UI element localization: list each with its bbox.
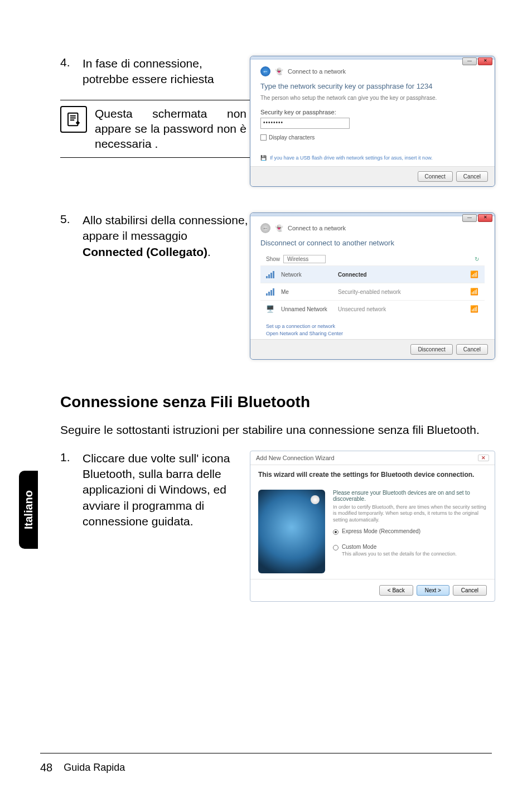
note-box: Questa schermata non appare se la passwo… (60, 100, 250, 158)
key-label: Security key or passphrase: (260, 109, 485, 115)
step-4-block: 4. In fase di connessione, potrebbe esse… (60, 56, 495, 187)
refresh-icon[interactable]: ↻ (475, 256, 479, 262)
custom-mode-hint: This allows you to set the details for t… (342, 551, 457, 558)
network-row[interactable]: Me Security-enabled network 📶 (260, 283, 485, 300)
back-icon[interactable]: ← (260, 66, 270, 76)
step-4-number: 4. (60, 56, 83, 69)
section-heading: Connessione senza Fili Bluetooth (60, 393, 495, 411)
signal-icon (266, 271, 274, 278)
network-row[interactable]: 🖥️ Unnamed Network Unsecured network 📶 (260, 300, 485, 317)
usb-hint: If you have a USB flash drive with netwo… (270, 155, 433, 161)
custom-mode-label: Custom Mode (342, 544, 457, 550)
signal-icon (266, 288, 274, 296)
display-chars-checkbox[interactable] (260, 134, 267, 141)
network-name: Network (281, 272, 331, 278)
bars-icon: 📶 (470, 305, 479, 313)
show-label: Show (266, 256, 280, 262)
wizard-note: In order to certify Bluetooth, there are… (333, 504, 487, 524)
custom-mode-radio[interactable] (333, 545, 338, 550)
back-button[interactable]: < Back (379, 585, 413, 596)
network-name: Unnamed Network (281, 306, 331, 312)
close-icon[interactable]: ✕ (478, 214, 492, 222)
page-number: 48 (40, 761, 52, 774)
dialog-breadcrumb: Connect to a network (288, 225, 346, 231)
usb-icon: 💾 (260, 155, 267, 161)
close-icon[interactable]: ✕ (478, 57, 492, 65)
minimize-icon[interactable]: — (462, 214, 477, 222)
express-mode-label: Express Mode (Recommended) (342, 528, 420, 534)
step-1-text: Cliccare due volte sull' icona Bluetooth… (83, 451, 250, 530)
security-key-dialog: — ✕ ← 👻 Connect to a network Type the ne… (250, 56, 495, 187)
display-chars-label: Display characters (269, 134, 315, 141)
dialog-breadcrumb: Connect to a network (288, 68, 346, 75)
minimize-icon[interactable]: — (462, 57, 477, 65)
bluetooth-wizard-dialog: Add New Connection Wizard ✕ This wizard … (250, 451, 495, 602)
bars-icon: 📶 (470, 288, 479, 296)
step-1-block: 1. Cliccare due volte sull' icona Blueto… (60, 451, 495, 602)
step-5-number: 5. (60, 212, 83, 226)
security-key-input[interactable]: •••••••• (260, 118, 350, 129)
wizard-lead: This wizard will create the settings for… (250, 465, 495, 484)
bars-icon: 📶 (470, 270, 479, 278)
svg-rect-0 (68, 113, 78, 125)
network-icon: 👻 (275, 224, 283, 232)
network-status: Security-enabled network (338, 289, 463, 295)
footer-title: Guida Rapida (64, 762, 125, 774)
dialog-hint: The person who setup the network can giv… (260, 95, 485, 101)
open-sharing-center-link[interactable]: Open Network and Sharing Center (266, 330, 479, 337)
step-4-text: In fase di connessione, potrebbe essere … (83, 56, 250, 88)
step-5-text: Allo stabilirsi della connessione, appar… (83, 212, 250, 260)
express-mode-radio[interactable] (333, 529, 338, 535)
network-row[interactable]: Network Connected 📶 (260, 265, 485, 283)
cancel-button[interactable]: Cancel (456, 344, 488, 355)
step-5-block: 5. Allo stabilirsi della connessione, ap… (60, 212, 495, 360)
page-footer: 48 Guida Rapida (40, 753, 492, 774)
back-icon[interactable]: ← (260, 223, 270, 233)
network-list-dialog: — ✕ ← 👻 Connect to a network Disconnect … (250, 212, 495, 360)
note-icon (60, 106, 87, 133)
bluetooth-art-icon (258, 490, 325, 573)
wizard-instruction: Please ensure your Bluetooth devices are… (333, 490, 487, 502)
wizard-title: Add New Connection Wizard (256, 455, 335, 461)
computer-icon: 🖥️ (266, 305, 274, 313)
next-button[interactable]: Next > (417, 585, 449, 596)
network-status: Unsecured network (338, 306, 463, 312)
disconnect-button[interactable]: Disconnect (410, 344, 452, 355)
cancel-button[interactable]: Cancel (453, 585, 487, 596)
network-icon: 👻 (275, 67, 283, 75)
main-content: 4. In fase di connessione, potrebbe esse… (60, 56, 495, 602)
close-icon[interactable]: ✕ (478, 455, 489, 461)
setup-connection-link[interactable]: Set up a connection or network (266, 323, 479, 330)
language-tab: Italiano (19, 471, 38, 549)
network-status: Connected (338, 272, 463, 278)
dialog-title: Type the network security key or passphr… (260, 82, 485, 90)
section-intro: Seguire le sottostanti istruzioni per st… (60, 422, 495, 438)
show-select[interactable]: Wireless (283, 255, 326, 263)
step-1-number: 1. (60, 451, 83, 464)
network-name: Me (281, 289, 331, 295)
dialog-title: Disconnect or connect to another network (260, 239, 485, 247)
cancel-button[interactable]: Cancel (456, 171, 488, 182)
connect-button[interactable]: Connect (418, 171, 453, 182)
note-text: Questa schermata non appare se la passwo… (95, 106, 246, 152)
